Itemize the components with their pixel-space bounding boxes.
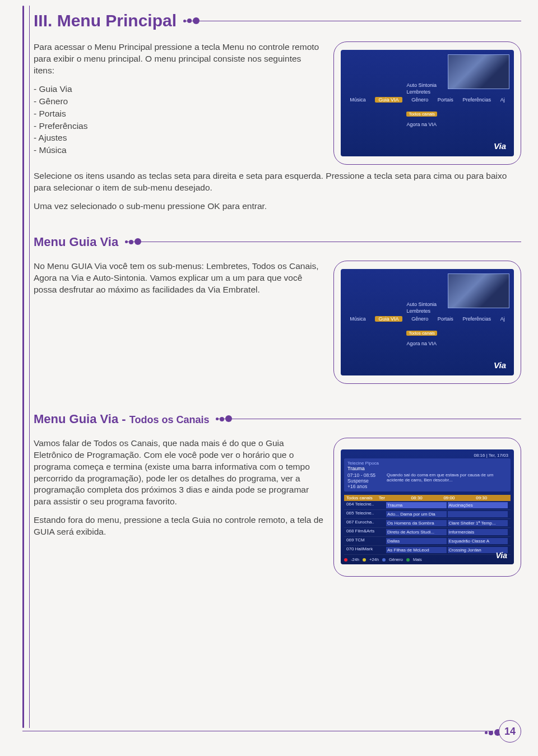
heading-dots — [216, 415, 232, 422]
tv-menu-ajustes: Aj — [500, 316, 505, 322]
heading-todos-canais: Menu Guia Via - Todos os Canais — [34, 412, 209, 426]
tv-menu-lembretes: Lembretes — [406, 308, 430, 314]
tv-menu-hrow: Música Guia VIA Gênero Portais Preferênc… — [341, 97, 514, 103]
tv-menu-screenshot: Auto Sintonia Lembretes Música Guia VIA … — [341, 50, 514, 156]
epg-screenshot: 08:16 | Ter, 17/03 Telecine Pipoca Traum… — [341, 449, 514, 564]
heading-line — [217, 419, 521, 419]
section-menu-principal: III. Menu Principal Para acessar o Menu … — [34, 11, 521, 212]
heading-prefix: Menu Guia Via - — [34, 412, 129, 426]
tv-menu-auto-sintonia: Auto Sintonia — [406, 82, 437, 88]
page-left-border-thin — [29, 6, 30, 728]
section1-intro: Para acessar o Menu Principal pressione … — [34, 41, 323, 77]
list-item: - Portais — [34, 108, 323, 120]
tv-menu-preferencias: Preferências — [462, 316, 491, 322]
section1-p2: Selecione os itens usando as teclas seta… — [34, 170, 521, 194]
page-left-border-thick — [22, 6, 24, 728]
tv-menu-agora-via: Agora na VIA — [406, 122, 437, 127]
epg-info-box: Telecine Pipoca Trauma 07:10 - 08:55 Sus… — [344, 458, 511, 491]
via-logo: Via — [496, 551, 508, 560]
tv-menu-portais: Portais — [438, 316, 453, 322]
screenshot-frame-1: Auto Sintonia Lembretes Música Guia VIA … — [333, 41, 521, 165]
epg-row: 069 TCMDallasEsquadrão Classe A — [344, 537, 511, 546]
list-item: - Música — [34, 145, 323, 156]
epg-rating2: +16 anos — [347, 484, 381, 489]
section1-after: Selecione os itens usando as teclas seta… — [34, 170, 521, 212]
heading-line — [126, 242, 521, 242]
list-item: - Ajustes — [34, 132, 323, 144]
tv-menu-portais: Portais — [438, 97, 453, 103]
heading-row: Menu Guia Via - Todos os Canais — [34, 412, 521, 426]
tv-menu-lembretes: Lembretes — [406, 89, 430, 95]
section3-p2: Estando fora do menu, pressione a tecla … — [34, 514, 323, 538]
list-item: - Gênero — [34, 96, 323, 108]
epg-rating1: Suspense — [347, 478, 381, 484]
heading-row: III. Menu Principal — [34, 11, 521, 30]
heading-line — [184, 21, 521, 21]
epg-head-t3: 09:30 — [476, 495, 508, 500]
tv-menu-guia-via: Guia VIA — [375, 316, 402, 322]
tv-menu-auto-sintonia: Auto Sintonia — [406, 302, 437, 307]
epg-clock: 08:16 | Ter, 17/03 — [474, 453, 508, 458]
heading-dots — [183, 17, 200, 24]
tv-menu-musica: Música — [350, 316, 366, 322]
epg-row: 065 Telecine..Ado... Dama por um Dia — [344, 510, 511, 519]
tv-menu-hrow: Música Guia VIA Gênero Portais Preferênc… — [341, 316, 514, 322]
tv-video-thumb — [448, 273, 509, 308]
epg-legend: -24h +24h Gênero Mais — [344, 557, 511, 562]
heading-dots — [125, 238, 141, 245]
section3-row: Vamos falar de Todos os Canais, que nada… — [34, 438, 521, 577]
section3-p1: Vamos falar de Todos os Canais, que nada… — [34, 438, 323, 508]
epg-head-t1: 08:30 — [411, 495, 444, 500]
epg-head-day: Ter — [379, 495, 411, 500]
heading-row: Menu Guia Via — [34, 235, 521, 249]
section1-p3: Uma vez selecionado o sub-menu pressione… — [34, 201, 521, 212]
list-item: - Guia Via — [34, 84, 323, 95]
tv-menu-screenshot-2: Auto Sintonia Lembretes Música Guia VIA … — [341, 269, 514, 375]
epg-row: 064 Telecine..TraumaAlucinações — [344, 501, 511, 510]
screenshot-frame-2: Auto Sintonia Lembretes Música Guia VIA … — [333, 261, 521, 384]
epg-time: 07:10 - 08:55 — [347, 472, 381, 478]
epg-head-ch: Todos canais — [346, 495, 379, 500]
page-bottom-line — [22, 731, 493, 731]
tv-menu-todos-canais: Todos canais — [406, 331, 437, 336]
tv-menu-ajustes: Aj — [500, 97, 505, 103]
heading-guia-via: Menu Guia Via — [34, 235, 118, 249]
epg-channel: Telecine Pipoca — [347, 461, 507, 466]
section2-text: No Menu GUIA Via você tem os sub-menus: … — [34, 261, 323, 303]
via-logo: Via — [494, 360, 506, 370]
epg-grid-header: Todos canais Ter 08:30 09:00 09:30 — [344, 495, 511, 501]
tv-menu-preferencias: Preferências — [462, 97, 491, 103]
list-item: - Preferências — [34, 120, 323, 132]
screenshot-frame-3: 08:16 | Ter, 17/03 Telecine Pipoca Traum… — [333, 438, 521, 577]
epg-row: 068 Film&ArtsDireto de Actors Studi...In… — [344, 528, 511, 537]
section1-row: Para acessar o Menu Principal pressione … — [34, 41, 521, 165]
section1-text: Para acessar o Menu Principal pressione … — [34, 41, 323, 164]
tv-menu-genero: Gênero — [411, 97, 428, 103]
tv-menu-musica: Música — [350, 97, 366, 103]
section2-p1: No Menu GUIA Via você tem os sub-menus: … — [34, 261, 323, 296]
section-menu-guia-via: Menu Guia Via No Menu GUIA Via você tem … — [34, 235, 521, 384]
epg-row: 070 HallMarkAs Filhas de McLeodCrossing … — [344, 546, 511, 555]
section2-row: No Menu GUIA Via você tem os sub-menus: … — [34, 261, 521, 384]
section3-text: Vamos falar de Todos os Canais, que nada… — [34, 438, 323, 545]
heading-menu-principal: III. Menu Principal — [34, 11, 177, 30]
heading-suffix: Todos os Canais — [129, 414, 210, 425]
tv-menu-guia-via: Guia VIA — [375, 97, 402, 103]
section-todos-os-canais: Menu Guia Via - Todos os Canais Vamos fa… — [34, 412, 521, 577]
section1-list: - Guia Via - Gênero - Portais - Preferên… — [34, 84, 323, 157]
tv-menu-todos-canais: Todos canais — [406, 112, 437, 117]
tv-menu-agora-via: Agora na VIA — [406, 341, 437, 346]
via-logo: Via — [494, 141, 506, 151]
epg-head-t2: 09:00 — [443, 495, 476, 500]
epg-prog-title: Trauma — [347, 466, 507, 471]
tv-menu-genero: Gênero — [411, 316, 428, 322]
epg-desc: Quando sai do coma em que estava por cau… — [387, 472, 507, 489]
tv-video-thumb — [448, 54, 509, 89]
page-number-badge: 14 — [499, 720, 521, 743]
epg-row: 067 Eurocha..Os Homens da SombraClare Sh… — [344, 519, 511, 528]
